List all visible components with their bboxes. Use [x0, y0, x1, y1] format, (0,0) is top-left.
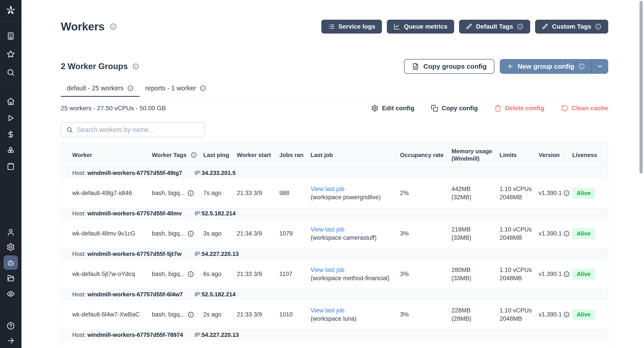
copy-config-button[interactable]: Copy config — [431, 105, 478, 112]
alive-badge: Alive — [572, 188, 595, 198]
tab-default[interactable]: default - 25 workers — [61, 84, 140, 97]
tab-reports[interactable]: reports - 1 worker — [140, 84, 212, 97]
alive-badge: Alive — [572, 268, 595, 280]
boxes-resources-icon[interactable] — [6, 146, 15, 154]
search-icon — [66, 126, 73, 133]
last-job: View last job (workspace camerastuff) — [306, 226, 396, 242]
main-area: Workers Service logs Queue metrics Defau… — [22, 0, 644, 348]
jobs-ran: 988 — [275, 190, 306, 196]
pen-icon — [542, 23, 548, 30]
worker-start: 21:34 3/9 — [232, 230, 275, 237]
host-row: Host: windmill-workers-67757d55f-5jt7w I… — [61, 248, 608, 259]
tab-info-icon[interactable] — [127, 85, 134, 92]
worker-row: wk-default-49tg7-idt46 bash, bigq... 7s … — [61, 178, 608, 208]
help-icon[interactable] — [6, 322, 15, 330]
col-last-ping: Last ping — [199, 152, 232, 159]
queue-metrics-button[interactable]: Queue metrics — [387, 20, 454, 34]
host-ip: 52.5.182.214 — [202, 210, 236, 217]
info-icon — [517, 23, 524, 30]
last-job-workspace: (workspace method-financial) — [310, 274, 396, 282]
copy-groups-config-button[interactable]: Copy groups config — [404, 59, 494, 74]
col-version: Version — [534, 152, 568, 159]
default-tags-button[interactable]: Default Tags — [459, 20, 530, 34]
last-job-workspace: (workspace camerastuff) — [310, 234, 396, 242]
home-icon[interactable] — [6, 97, 15, 106]
vertical-scrollbar-thumb[interactable] — [640, 1, 643, 174]
table-header: Worker Worker Tags Last ping Worker star… — [61, 142, 608, 168]
worker-row: wk-default-5jt7w-oYdcq bash, bigq... 6s … — [61, 259, 608, 289]
delete-config-button[interactable]: Delete config — [494, 105, 544, 112]
clean-cache-button[interactable]: Clean cache — [561, 105, 608, 112]
last-ping: 6s ago — [199, 270, 232, 278]
collapse-arrow-icon[interactable] — [6, 336, 15, 345]
view-last-job-link[interactable]: View last job — [310, 306, 396, 315]
search-icon[interactable] — [6, 68, 15, 77]
edit-config-button[interactable]: Edit config — [371, 105, 414, 112]
worker-row: wk-default-6l4w7-XwBaC bash, bigq... 2s … — [61, 300, 608, 330]
default-tags-label: Default Tags — [476, 23, 513, 30]
new-group-config-button[interactable]: New group config — [500, 59, 608, 74]
user-icon[interactable] — [6, 228, 15, 236]
last-job-workspace: (workspace luna) — [310, 315, 396, 323]
dollar-icon[interactable] — [6, 130, 15, 138]
limits: 1.10 vCPUs 2048MB — [495, 266, 534, 282]
worker-start: 21:33 3/9 — [232, 190, 275, 196]
service-logs-button[interactable]: Service logs — [321, 20, 382, 34]
worker-tags-info-icon[interactable] — [191, 152, 197, 158]
last-job-workspace: (workspace powergridlive) — [310, 193, 396, 202]
view-last-job-link[interactable]: View last job — [310, 266, 396, 274]
tab-info-icon[interactable] — [200, 85, 206, 92]
occupancy-rate: 2% — [396, 190, 447, 196]
gear-settings-icon[interactable] — [6, 243, 15, 252]
tags-info-icon[interactable] — [188, 271, 194, 278]
host-name: windmill-workers-67757d55f-5jt7w — [88, 250, 181, 257]
page-title: Workers — [61, 20, 105, 33]
view-last-job-link[interactable]: View last job — [310, 185, 396, 193]
queue-metrics-label: Queue metrics — [404, 23, 448, 30]
tags-info-icon[interactable] — [188, 311, 194, 318]
host-row: Host: windmill-workers-67757d55f-6l4w7 I… — [61, 289, 608, 300]
host-name: windmill-workers-67757d55f-6l4w7 — [88, 291, 183, 298]
worker-name: wk-default-6l4w7-XwBaC — [61, 311, 147, 318]
calendar-schedules-icon[interactable] — [6, 162, 15, 171]
jobs-ran: 1010 — [275, 311, 306, 318]
host-ip: 54.227.220.13 — [202, 332, 239, 338]
col-occupancy: Occupancy rate — [396, 152, 447, 159]
alive-badge: Alive — [572, 309, 595, 320]
info-icon — [595, 23, 602, 30]
copy-groups-config-label: Copy groups config — [423, 62, 486, 70]
worker-group-tabs: default - 25 workers reports - 1 worker — [61, 84, 608, 96]
tags-info-icon[interactable] — [188, 230, 194, 237]
building-icon[interactable] — [6, 32, 15, 40]
last-ping: 2s ago — [199, 311, 232, 318]
host-ip: 34.233.201.5 — [202, 170, 236, 176]
folder-icon[interactable] — [6, 274, 15, 282]
last-ping: 3s ago — [199, 230, 232, 237]
view-last-job-link[interactable]: View last job — [310, 226, 396, 234]
group-summary: 25 workers - 27.50 vCPUs - 50.00 GB — [61, 105, 166, 112]
memory-usage: 228MB (28MB) — [447, 306, 495, 323]
star-icon[interactable] — [6, 50, 15, 58]
last-job: View last job (workspace powergridlive) — [306, 185, 396, 202]
workers-table: Worker Worker Tags Last ping Worker star… — [61, 142, 608, 348]
last-job: View last job (workspace luna) — [306, 306, 396, 323]
host-ip: 54.227.220.13 — [202, 250, 239, 257]
tags-info-icon[interactable] — [188, 190, 194, 196]
robot-worker-icon[interactable] — [6, 258, 15, 267]
eye-icon[interactable] — [6, 290, 15, 298]
search-input[interactable] — [76, 126, 200, 134]
col-worker: Worker — [61, 152, 147, 159]
groups-info-icon[interactable] — [132, 63, 139, 70]
tab-reports-label: reports - 1 worker — [145, 84, 196, 92]
new-group-config-label: New group config — [518, 62, 574, 70]
occupancy-rate: 3% — [396, 230, 447, 237]
play-runs-icon[interactable] — [6, 114, 15, 122]
occupancy-rate: 3% — [396, 311, 447, 318]
title-info-icon[interactable] — [110, 23, 117, 30]
refresh-icon — [561, 105, 568, 112]
chart-icon — [394, 23, 400, 30]
chevron-down-icon — [596, 63, 603, 70]
windmill-logo-icon[interactable] — [6, 5, 16, 16]
custom-tags-button[interactable]: Custom Tags — [535, 20, 608, 34]
new-group-config-dropdown[interactable] — [592, 59, 608, 74]
